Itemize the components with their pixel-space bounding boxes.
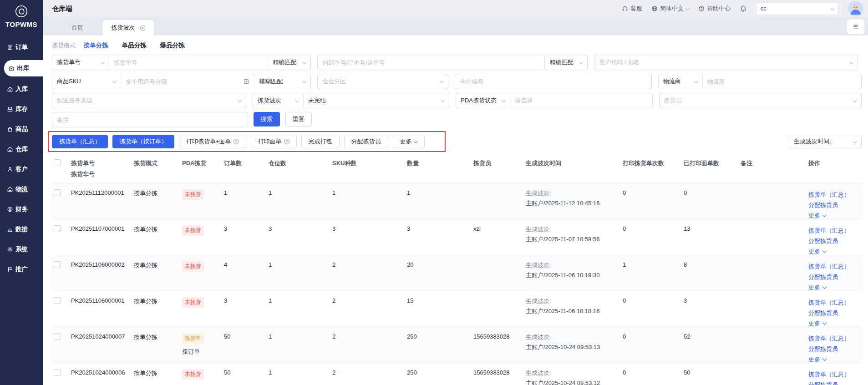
pick-no-cell: PK20251107000001 [71, 225, 134, 232]
sidebar-item-inventory[interactable]: 库存 [0, 102, 43, 117]
order-no-match-select[interactable]: 精确匹配 [544, 55, 587, 70]
language-selector[interactable]: 简体中文 [651, 5, 689, 13]
op-more-link[interactable]: 更多 [808, 318, 858, 329]
account-select[interactable]: cc [756, 3, 839, 15]
pda-status-cell: 未拣货 [182, 189, 224, 200]
pick-mode-option-single-item[interactable]: 单品分拣 [122, 42, 147, 49]
remark-input[interactable] [57, 117, 243, 123]
pda-status-badge: 未拣货 [182, 297, 204, 308]
more-button[interactable]: 更多 [393, 135, 425, 148]
sort-select[interactable]: 生成波次时间↓ [789, 135, 862, 148]
pick-no-field-select[interactable]: 拣货单号 [52, 55, 109, 70]
op-assign-picker-link[interactable]: 分配拣货员 [808, 272, 858, 282]
bin-zone-select[interactable]: 仓位分区 [318, 74, 448, 89]
op-more-link[interactable]: 更多 [808, 282, 858, 293]
sidebar-item-label: 数据 [15, 225, 28, 233]
op-pick-list-summary-link[interactable]: 拣货单（汇总） [808, 225, 858, 236]
sidebar-item-orders[interactable]: 订单 [0, 40, 43, 55]
logistics-field-select[interactable]: 物流商 [659, 74, 702, 89]
wave-field-select[interactable]: 拣货波次 [253, 93, 303, 108]
sidebar-item-data[interactable]: 数据 [0, 222, 43, 237]
row-checkbox[interactable] [54, 333, 61, 340]
pick-no-match-select[interactable]: 精确匹配 [268, 55, 310, 70]
pda-status-badge: 未拣货 [182, 369, 204, 380]
op-more-link[interactable]: 更多 [808, 354, 858, 365]
bin-no-input[interactable] [460, 78, 646, 85]
sidebar-item-promotion[interactable]: 推广 [0, 262, 43, 277]
finish-packing-button[interactable]: 完成打包 [301, 135, 340, 148]
table-row: PK20251112000001 按单分拣 未拣货 1 1 1 1 生成波次: … [52, 183, 862, 219]
tab-close-icon[interactable] [140, 25, 146, 31]
sidebar-item-system[interactable]: 系统 [0, 242, 43, 257]
op-pick-list-summary-link[interactable]: 拣货单（汇总） [808, 333, 858, 344]
picker-select[interactable]: 拣货员 [660, 93, 861, 108]
op-assign-picker-link[interactable]: 分配拣货员 [808, 344, 858, 354]
column-header-bins: 仓位数 [269, 159, 332, 167]
pda-status-field-select[interactable]: PDA拣货状态 [456, 93, 510, 108]
customer-code-select[interactable]: 客户代码 / 别名 [594, 55, 858, 70]
quantity-cell: 1 [407, 189, 473, 196]
sku-input[interactable] [126, 78, 239, 85]
sidebar-item-inbound[interactable]: 入库 [0, 82, 43, 96]
delivery-type-select[interactable]: 配送服务类型 [52, 93, 246, 108]
op-pick-list-summary-link[interactable]: 拣货单（汇总） [808, 261, 858, 272]
row-checkbox[interactable] [54, 297, 61, 304]
op-more-link[interactable]: 更多 [808, 210, 858, 221]
row-checkbox[interactable] [54, 189, 61, 196]
print-pick-list-and-label-button[interactable]: 打印拣货单+面单 ? [179, 135, 246, 148]
reset-button[interactable]: 重置 [285, 112, 312, 127]
tab-home[interactable]: 首页 [52, 20, 103, 35]
assign-picker-button[interactable]: 分配拣货员 [344, 135, 388, 148]
chevron-down-icon [849, 60, 854, 64]
menu-collapse-button[interactable] [847, 19, 864, 34]
select-all-checkbox[interactable] [54, 159, 61, 166]
avatar[interactable] [848, 1, 863, 16]
help-center-link[interactable]: 帮助中心 [698, 5, 731, 13]
row-checkbox[interactable] [54, 261, 61, 268]
pick-list-summary-button[interactable]: 拣货单（汇总） [52, 135, 108, 148]
bin-zone-select-box: 仓位分区 [317, 74, 448, 89]
order-no-filter-group: 精确匹配 [317, 55, 588, 70]
print-label-button[interactable]: 打印面单 ? [251, 135, 297, 148]
sidebar-item-outbound[interactable]: 出库 [4, 60, 43, 76]
help-circle-icon: ? [284, 139, 289, 144]
tab-picking-wave[interactable]: 拣货波次 [103, 20, 154, 35]
sku-match-select[interactable]: 模糊匹配 [254, 74, 310, 89]
sidebar-item-finance[interactable]: 财务 [0, 202, 43, 217]
sidebar-item-logistics[interactable]: 物流 [0, 182, 43, 197]
delivery-type-select-box: 配送服务类型 [52, 93, 246, 108]
logistics-filter-group: 物流商 [658, 74, 862, 89]
pick-mode-option-hot-item[interactable]: 爆品分拣 [160, 42, 185, 49]
pick-mode-cell: 按单分拣 [134, 297, 182, 305]
op-pick-list-summary-link[interactable]: 拣货单（汇总） [808, 297, 858, 308]
sku-field-select[interactable]: 商品SKU [52, 74, 121, 89]
op-assign-picker-link[interactable]: 分配拣货员 [808, 200, 858, 210]
wave-status-select[interactable]: 未完结 [303, 93, 449, 108]
batch-input-icon[interactable] [243, 78, 249, 85]
sidebar-item-products[interactable]: 商品 [0, 122, 43, 137]
op-assign-picker-link[interactable]: 分配拣货员 [808, 308, 858, 318]
notification-bell-icon[interactable] [740, 5, 747, 12]
order-icon [7, 44, 13, 51]
wave-time-cell: 生成波次: 主账户/2025-11-06 10:18:16 [526, 297, 623, 315]
row-checkbox[interactable] [54, 225, 61, 232]
brand-name: TOPWMS [0, 20, 43, 28]
pda-status-value-select[interactable]: 请选择 [510, 93, 652, 108]
op-assign-picker-link[interactable]: 分配拣货员 [808, 236, 858, 246]
op-pick-list-summary-link[interactable]: 拣货单（汇总） [808, 189, 858, 200]
sidebar-item-customers[interactable]: 客户 [0, 162, 43, 177]
customer-service-link[interactable]: 客服 [622, 5, 642, 13]
op-pick-list-summary-link[interactable]: 拣货单（汇总） [808, 369, 858, 380]
row-checkbox[interactable] [54, 369, 61, 376]
pick-no-input[interactable] [114, 59, 263, 66]
op-more-link[interactable]: 更多 [808, 246, 858, 257]
pick-mode-option-by-order[interactable]: 按单分拣 [84, 42, 108, 49]
search-button[interactable]: 搜索 [254, 112, 280, 127]
logistics-input[interactable] [707, 78, 857, 85]
pick-list-by-order-button[interactable]: 拣货单（按订单） [112, 135, 174, 148]
sidebar-item-warehouse[interactable]: 仓库 [0, 142, 43, 157]
content: 拣货模式: 按单分拣单品分拣爆品分拣 拣货单号 精确匹配 [43, 35, 868, 385]
order-no-input[interactable] [322, 59, 540, 66]
column-header-pickno: 拣货单号 拣货车号 [71, 159, 134, 178]
op-assign-picker-link[interactable]: 分配拣货员 [808, 380, 858, 385]
